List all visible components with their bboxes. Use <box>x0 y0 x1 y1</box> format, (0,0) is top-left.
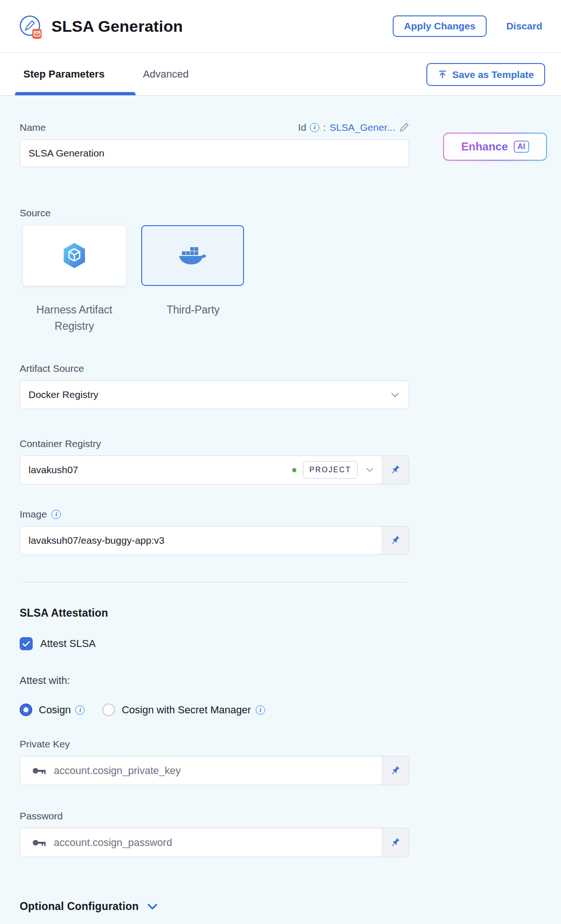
ai-badge: AI <box>514 141 529 153</box>
container-registry-input[interactable]: lavakush07 PROJECT <box>20 456 382 484</box>
pin-icon <box>390 837 401 848</box>
password-field: account.cosign_password <box>20 828 409 857</box>
attest-slsa-label: Attest SLSA <box>40 638 96 650</box>
id-info-icon[interactable]: i <box>310 123 319 132</box>
slsa-step-icon <box>19 14 43 40</box>
password-secret-input[interactable]: account.cosign_password <box>20 828 382 857</box>
check-icon <box>22 641 30 647</box>
chevron-down-icon[interactable] <box>366 468 374 472</box>
tabbar: Step Parameters Advanced Save as Templat… <box>0 53 561 96</box>
step-parameters-panel: Enhance AI Name Id i : SLSA_Gener... Sou… <box>0 122 561 924</box>
active-tab-underline <box>15 92 136 95</box>
attest-slsa-checkbox-row[interactable]: Attest SLSA <box>20 637 541 650</box>
save-as-template-label: Save as Template <box>452 69 534 80</box>
apply-changes-button[interactable]: Apply Changes <box>393 15 487 37</box>
image-pin-button[interactable] <box>382 526 409 554</box>
private-key-pin-button[interactable] <box>382 756 409 785</box>
image-info-icon[interactable]: i <box>51 510 61 519</box>
upload-icon <box>438 70 447 79</box>
source-option-label: Third-Party <box>141 302 245 334</box>
optional-configuration-toggle[interactable]: Optional Configuration <box>20 900 541 913</box>
enhance-label: Enhance <box>461 140 508 153</box>
save-as-template-button[interactable]: Save as Template <box>426 63 545 86</box>
artifact-registry-cube-icon <box>61 242 87 270</box>
artifact-source-value: Docker Registry <box>29 389 98 400</box>
container-registry-label: Container Registry <box>20 438 101 449</box>
id-separator: : <box>323 122 326 133</box>
cosign-secret-manager-radio[interactable] <box>102 704 115 716</box>
name-input[interactable] <box>20 139 409 167</box>
chevron-down-icon <box>147 903 158 910</box>
image-field: lavaksuh07/easy-buggy-app:v3 <box>20 526 409 555</box>
cosign-secret-manager-radio-label[interactable]: Cosign with Secret Manager <box>122 704 251 716</box>
tab-step-parameters[interactable]: Step Parameters <box>16 68 112 80</box>
private-key-value: account.cosign_private_key <box>54 765 181 777</box>
source-tile-harness-artifact-registry[interactable] <box>22 225 126 286</box>
pin-icon <box>390 765 401 776</box>
scope-badge: PROJECT <box>303 461 358 479</box>
source-option-label: Harness Artifact Registry <box>22 302 126 334</box>
password-label: Password <box>20 810 63 822</box>
cosign-info-icon[interactable]: i <box>75 705 85 715</box>
step-id-row: Id i : SLSA_Gener... <box>298 122 409 133</box>
attest-with-label: Attest with: <box>20 675 541 687</box>
section-divider <box>22 582 406 583</box>
step-id-value: SLSA_Gener... <box>330 122 395 133</box>
page-title: SLSA Generation <box>51 17 183 36</box>
optional-configuration-label: Optional Configuration <box>20 900 139 913</box>
attest-method-radio-group: Cosign i Cosign with Secret Manager i <box>20 704 541 716</box>
image-label: Image <box>20 509 47 520</box>
docker-whale-icon <box>178 245 207 266</box>
titlebar: SLSA Generation Apply Changes Discard <box>0 0 561 53</box>
private-key-field: account.cosign_private_key <box>20 756 409 785</box>
container-registry-value: lavakush07 <box>29 464 78 476</box>
source-tile-third-party[interactable] <box>141 225 244 286</box>
source-label: Source <box>20 207 541 219</box>
container-registry-field: lavakush07 PROJECT <box>20 455 409 484</box>
tab-advanced[interactable]: Advanced <box>136 68 196 80</box>
name-label: Name <box>20 122 46 133</box>
slsa-attestation-heading: SLSA Attestation <box>20 607 541 619</box>
artifact-source-label: Artifact Source <box>20 363 84 374</box>
image-value: lavaksuh07/easy-buggy-app:v3 <box>29 535 165 546</box>
password-value: account.cosign_password <box>54 837 172 849</box>
password-pin-button[interactable] <box>382 828 409 857</box>
container-registry-pin-button[interactable] <box>382 456 409 484</box>
pin-icon <box>390 535 401 546</box>
pin-icon <box>390 464 401 476</box>
key-icon <box>32 767 46 775</box>
enhance-ai-button[interactable]: Enhance AI <box>443 133 547 161</box>
private-key-secret-input[interactable]: account.cosign_private_key <box>20 756 382 785</box>
connector-status-dot <box>292 468 296 472</box>
image-input[interactable]: lavaksuh07/easy-buggy-app:v3 <box>20 526 382 554</box>
cosign-secret-manager-info-icon[interactable]: i <box>256 705 265 715</box>
edit-id-icon[interactable] <box>399 122 409 133</box>
artifact-source-select[interactable]: Docker Registry <box>20 380 409 409</box>
cosign-radio-label[interactable]: Cosign <box>39 704 71 716</box>
id-label: Id <box>298 122 307 133</box>
discard-button[interactable]: Discard <box>506 21 542 32</box>
cosign-radio[interactable] <box>20 704 32 716</box>
chevron-down-icon <box>391 392 399 398</box>
key-icon <box>32 839 46 846</box>
private-key-label: Private Key <box>20 739 70 750</box>
attest-slsa-checkbox[interactable] <box>20 637 33 650</box>
